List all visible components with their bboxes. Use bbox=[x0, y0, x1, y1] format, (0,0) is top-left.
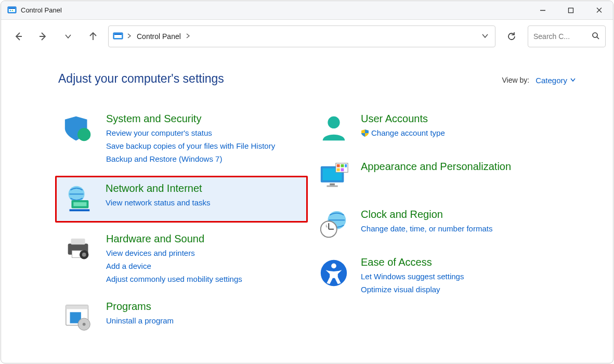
category-title[interactable]: System and Security bbox=[106, 113, 275, 125]
category-appearance: Appearance and Personalization bbox=[313, 157, 563, 198]
svg-rect-40 bbox=[345, 164, 347, 167]
svg-point-15 bbox=[593, 33, 597, 37]
svg-point-4 bbox=[12, 9, 14, 11]
category-ease-of-access: Ease of Access Let Windows suggest setti… bbox=[313, 252, 563, 301]
link-uninstall-program[interactable]: Uninstall a program bbox=[106, 315, 174, 328]
link-text: Change account type bbox=[371, 128, 445, 137]
link-date-time-formats[interactable]: Change date, time, or number formats bbox=[361, 223, 492, 236]
search-input[interactable] bbox=[533, 32, 580, 41]
link-change-account-type[interactable]: Change account type bbox=[361, 127, 445, 141]
title-bar: Control Panel bbox=[1, 1, 613, 20]
control-panel-small-icon bbox=[113, 31, 123, 42]
link-network-status[interactable]: View network status and tasks bbox=[106, 197, 211, 210]
svg-line-16 bbox=[597, 37, 599, 39]
maximize-button[interactable] bbox=[557, 1, 585, 20]
chevron-right-icon[interactable] bbox=[186, 33, 190, 40]
svg-rect-20 bbox=[73, 202, 86, 206]
svg-point-31 bbox=[83, 322, 86, 326]
toolbar: Control Panel bbox=[1, 20, 613, 53]
svg-rect-14 bbox=[114, 34, 122, 35]
view-by-dropdown[interactable]: Category bbox=[535, 76, 576, 85]
chevron-right-icon[interactable] bbox=[127, 33, 132, 40]
view-by-control: View by: Category bbox=[502, 76, 576, 85]
category-user-accounts: User Accounts Change account type bbox=[313, 109, 563, 150]
link-backup-restore[interactable]: Backup and Restore (Windows 7) bbox=[106, 153, 275, 166]
svg-rect-23 bbox=[71, 239, 85, 245]
close-button[interactable] bbox=[585, 1, 613, 20]
network-icon bbox=[62, 183, 95, 216]
category-title[interactable]: Hardware and Sound bbox=[106, 233, 242, 245]
category-clock-region: L Clock and Region Change date, time, or… bbox=[313, 204, 563, 246]
svg-rect-42 bbox=[341, 168, 344, 172]
up-button[interactable] bbox=[83, 27, 103, 46]
forward-button[interactable] bbox=[33, 27, 53, 46]
back-button[interactable] bbox=[8, 27, 28, 46]
window-title: Control Panel bbox=[21, 6, 62, 14]
svg-rect-2 bbox=[9, 8, 15, 9]
link-optimize-display[interactable]: Optimize visual display bbox=[361, 283, 464, 296]
svg-rect-41 bbox=[337, 168, 340, 172]
svg-point-3 bbox=[10, 9, 11, 11]
search-icon[interactable] bbox=[592, 32, 600, 42]
search-box[interactable] bbox=[528, 25, 606, 47]
accessibility-icon bbox=[317, 256, 350, 290]
category-title[interactable]: Appearance and Personalization bbox=[361, 161, 511, 173]
chevron-down-icon bbox=[570, 78, 576, 82]
category-title[interactable]: Network and Internet bbox=[106, 183, 211, 194]
link-file-history[interactable]: Save backup copies of your files with Fi… bbox=[106, 140, 275, 153]
svg-rect-21 bbox=[70, 210, 90, 212]
view-by-label: View by: bbox=[502, 76, 529, 84]
user-icon bbox=[317, 113, 350, 146]
svg-rect-28 bbox=[66, 305, 88, 309]
content-area: Adjust your computer's settings View by:… bbox=[1, 53, 613, 363]
history-dropdown[interactable] bbox=[58, 27, 78, 46]
link-mobility-settings[interactable]: Adjust commonly used mobility settings bbox=[106, 273, 242, 286]
svg-point-49 bbox=[331, 264, 336, 269]
svg-point-17 bbox=[77, 128, 90, 141]
uac-shield-icon bbox=[361, 128, 369, 141]
control-panel-icon bbox=[7, 6, 17, 15]
category-network-internet: Network and Internet View network status… bbox=[55, 176, 308, 223]
right-column: User Accounts Change account type Appear bbox=[313, 109, 563, 344]
address-dropdown[interactable] bbox=[479, 30, 491, 43]
minimize-button[interactable] bbox=[529, 1, 557, 20]
svg-text:L: L bbox=[326, 224, 329, 228]
category-hardware-sound: Hardware and Sound View devices and prin… bbox=[58, 229, 308, 290]
monitor-icon bbox=[317, 161, 350, 194]
window-frame: Control Panel bbox=[1, 1, 613, 363]
svg-rect-39 bbox=[341, 164, 344, 167]
address-bar[interactable]: Control Panel bbox=[108, 25, 495, 47]
view-by-value: Category bbox=[535, 76, 567, 85]
breadcrumb-root[interactable]: Control Panel bbox=[136, 32, 182, 41]
printer-icon bbox=[62, 233, 96, 266]
svg-rect-35 bbox=[330, 184, 335, 186]
link-review-status[interactable]: Review your computer's status bbox=[106, 127, 275, 140]
link-add-device[interactable]: Add a device bbox=[106, 260, 242, 273]
left-column: System and Security Review your computer… bbox=[58, 109, 308, 344]
link-devices-printers[interactable]: View devices and printers bbox=[106, 247, 242, 260]
page-heading: Adjust your computer's settings bbox=[58, 72, 224, 86]
category-title[interactable]: User Accounts bbox=[361, 113, 445, 125]
category-system-security: System and Security Review your computer… bbox=[58, 109, 308, 170]
clock-icon: L bbox=[317, 209, 350, 242]
svg-rect-36 bbox=[326, 186, 337, 187]
svg-point-26 bbox=[82, 253, 86, 257]
link-suggest-settings[interactable]: Let Windows suggest settings bbox=[361, 270, 464, 283]
svg-rect-38 bbox=[337, 164, 340, 167]
svg-rect-6 bbox=[569, 8, 573, 12]
svg-point-32 bbox=[328, 116, 339, 128]
shield-icon bbox=[62, 113, 96, 146]
category-title[interactable]: Programs bbox=[106, 301, 174, 313]
category-title[interactable]: Ease of Access bbox=[361, 256, 464, 268]
category-title[interactable]: Clock and Region bbox=[361, 209, 492, 220]
refresh-button[interactable] bbox=[501, 25, 522, 47]
category-programs: Programs Uninstall a program bbox=[58, 296, 308, 338]
programs-icon bbox=[62, 301, 96, 334]
